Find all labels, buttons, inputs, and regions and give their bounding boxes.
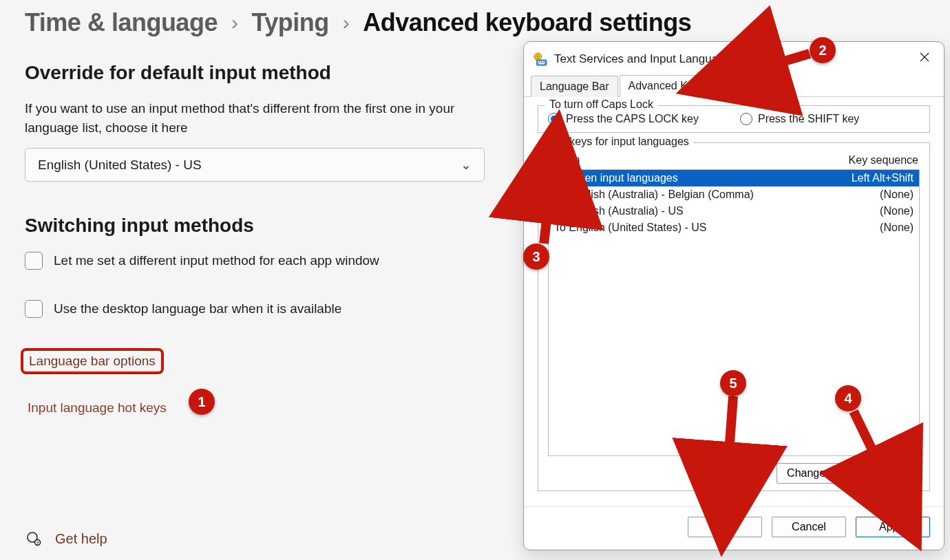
annotation-badge-1: 1 (189, 389, 215, 415)
annotation-badge-3: 3 (523, 244, 549, 270)
annotation-arrows (0, 0, 950, 560)
svg-line-11 (544, 166, 553, 244)
annotation-badge-2: 2 (810, 37, 836, 63)
svg-line-10 (731, 54, 810, 77)
annotation-badge-5: 5 (720, 370, 746, 396)
annotation-badge-4: 4 (835, 385, 861, 411)
svg-line-12 (854, 411, 896, 499)
svg-line-13 (726, 396, 733, 499)
